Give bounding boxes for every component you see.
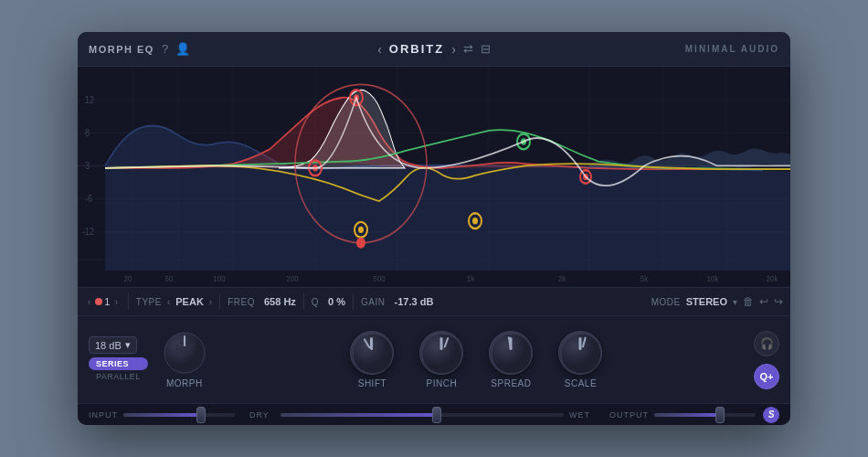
divider-3: [303, 293, 304, 310]
dry-wet-fader-track[interactable]: [281, 413, 564, 417]
morph-knob-group: MORPH: [163, 331, 206, 388]
bottom-controls: 18 dB ▾ SERIES PARALLEL: [78, 316, 790, 403]
input-fader-fill: [123, 413, 201, 417]
svg-text:-12: -12: [82, 227, 94, 238]
input-label: INPUT: [89, 410, 118, 420]
divider-2: [219, 293, 220, 310]
svg-text:1k: 1k: [467, 273, 475, 283]
svg-text:50: 50: [165, 273, 174, 283]
svg-point-59: [186, 350, 189, 353]
next-band-button[interactable]: ›: [111, 295, 120, 309]
shift-knob-group: SHIFT: [350, 331, 394, 388]
user-icon[interactable]: 👤: [175, 42, 190, 56]
type-label: TYPE: [136, 297, 162, 307]
pinch-knob-group: PINCH: [419, 331, 463, 388]
db-range-selector[interactable]: 18 dB ▾: [89, 336, 137, 354]
dry-wet-fader-group: DRY WET: [249, 410, 595, 420]
svg-point-34: [356, 238, 365, 249]
prev-band-button[interactable]: ‹: [85, 295, 93, 309]
scale-knob-label: SCALE: [565, 378, 597, 388]
header-right: MINIMAL AUDIO: [549, 44, 779, 54]
freq-value: 658 Hz: [264, 296, 296, 307]
divider-4: [353, 293, 354, 310]
svg-text:10k: 10k: [707, 273, 719, 283]
delete-band-button[interactable]: 🗑: [743, 295, 754, 308]
svg-point-60: [190, 352, 193, 355]
shift-knob[interactable]: [350, 331, 394, 375]
eq-display[interactable]: 12 8 3 -6 -12: [78, 67, 790, 287]
prev-preset-button[interactable]: ‹: [377, 42, 382, 57]
mode-value: STEREO: [686, 296, 727, 307]
scale-knob-group: SCALE: [558, 331, 602, 388]
next-preset-button[interactable]: ›: [451, 42, 456, 57]
svg-text:-6: -6: [85, 193, 92, 204]
output-fader-fill: [654, 413, 720, 417]
output-label: OUTPUT: [609, 410, 649, 420]
svg-point-68: [561, 334, 601, 374]
type-next-button[interactable]: ›: [209, 297, 212, 307]
dry-wet-fader-thumb[interactable]: [432, 407, 441, 423]
svg-point-64: [422, 334, 462, 374]
brand-name: MINIMAL AUDIO: [685, 44, 779, 54]
svg-point-51: [175, 348, 178, 351]
svg-point-57: [179, 350, 182, 353]
dry-wet-fader-fill: [281, 413, 437, 417]
settings-button[interactable]: Q+: [754, 364, 779, 389]
save-preset-icon[interactable]: ⊟: [481, 42, 491, 56]
gain-label: GAIN: [361, 297, 385, 307]
morph-knob-label: MORPH: [166, 378, 203, 388]
svg-point-55: [190, 348, 193, 351]
wet-label: WET: [569, 410, 595, 420]
svg-text:5k: 5k: [640, 273, 649, 283]
input-fader-track[interactable]: [123, 413, 235, 417]
headphones-button[interactable]: 🎧: [754, 331, 779, 356]
snap-button[interactable]: S: [763, 407, 779, 423]
scale-knob[interactable]: [558, 331, 602, 375]
svg-point-26: [358, 227, 364, 233]
band-navigation: ‹ 1 ›: [85, 295, 121, 309]
knobs-row: SHIFT PINCH: [214, 331, 739, 388]
mode-dropdown-arrow[interactable]: ▾: [733, 297, 737, 307]
header-center: ‹ ORBITZ › ⇄ ⊟: [319, 42, 549, 57]
help-icon[interactable]: ?: [162, 42, 168, 56]
svg-point-66: [492, 334, 532, 374]
mode-label: MODE: [651, 297, 681, 307]
svg-point-54: [186, 346, 189, 349]
pinch-knob[interactable]: [419, 331, 463, 375]
svg-point-47: [179, 343, 182, 345]
svg-point-46: [175, 345, 178, 347]
preset-name: ORBITZ: [389, 42, 444, 56]
svg-point-62: [353, 334, 393, 374]
input-fader-group: INPUT: [89, 410, 235, 420]
series-button[interactable]: SERIES: [89, 357, 148, 370]
redo-button[interactable]: ↪: [774, 295, 783, 308]
q-label: Q: [312, 297, 319, 307]
input-fader-thumb[interactable]: [196, 407, 206, 423]
svg-text:20: 20: [124, 273, 132, 283]
band-indicator: [95, 298, 102, 305]
band-controls-right: MODE STEREO ▾ 🗑 ↩ ↪: [651, 295, 783, 308]
output-fader-group: OUTPUT: [609, 410, 756, 420]
band-number: 1: [104, 296, 110, 307]
output-fader-thumb[interactable]: [715, 407, 725, 423]
fader-section: INPUT DRY WET OUTPUT S: [78, 403, 790, 425]
divider-1: [128, 293, 129, 310]
shuffle-icon[interactable]: ⇄: [463, 42, 473, 56]
svg-text:3: 3: [85, 160, 90, 171]
svg-point-52: [179, 346, 182, 349]
morph-knob[interactable]: [163, 331, 206, 375]
svg-text:500: 500: [373, 273, 385, 283]
output-fader-track[interactable]: [654, 413, 756, 417]
svg-text:2k: 2k: [558, 273, 566, 283]
parallel-button[interactable]: PARALLEL: [89, 370, 148, 383]
undo-button[interactable]: ↩: [759, 295, 768, 308]
db-dropdown-arrow: ▾: [125, 339, 131, 351]
shift-knob-label: SHIFT: [358, 378, 386, 388]
svg-text:20k: 20k: [767, 273, 778, 283]
type-prev-button[interactable]: ‹: [167, 297, 170, 307]
series-parallel-toggle: SERIES PARALLEL: [89, 357, 148, 383]
spread-knob-group: SPREAD: [489, 331, 533, 388]
header-bar: MORPH EQ ? 👤 ‹ ORBITZ › ⇄ ⊟ MINIMAL AUDI…: [78, 32, 790, 67]
db-value: 18 dB: [95, 340, 122, 351]
spread-knob[interactable]: [489, 331, 533, 375]
